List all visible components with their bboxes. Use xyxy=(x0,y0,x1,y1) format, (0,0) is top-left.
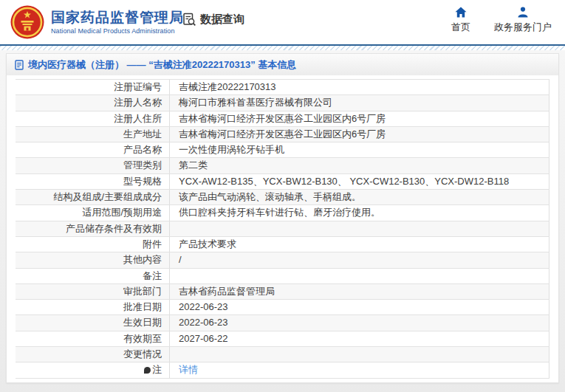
brand[interactable]: 国家药品监督管理局 National Medical Products Admi… xyxy=(10,5,184,39)
row-value: 吉林省药品监督管理局 xyxy=(170,284,549,299)
row-value: 吉械注准20222170313 xyxy=(170,80,549,94)
row-value: 详情 xyxy=(170,362,549,377)
row-value: 2027-06-22 xyxy=(170,331,549,346)
row-value: 2022-06-23 xyxy=(170,300,549,314)
row-label: 其他内容 xyxy=(16,252,170,267)
row-label: 有效期至 xyxy=(16,331,170,346)
row-value: 吉林省梅河口经济开发区惠谷工业园区内6号厂房 xyxy=(170,111,549,126)
site-header: 国家药品监督管理局 National Medical Products Admi… xyxy=(0,0,565,44)
table-row: 有效期至2027-06-22 xyxy=(16,331,549,347)
row-label: 附件 xyxy=(16,237,170,252)
row-label: 型号规格 xyxy=(16,174,170,189)
brand-text: 国家药品监督管理局 National Medical Products Admi… xyxy=(51,10,184,35)
table-row: 注册人住所吉林省梅河口经济开发区惠谷工业园区内6号厂房 xyxy=(16,111,549,127)
document-search-icon xyxy=(182,13,196,27)
table-row: 适用范围/预期用途供口腔科夹持牙科车针进行钻、磨牙治疗使用。 xyxy=(16,205,549,221)
row-label: 结构及组成/主要组成成分 xyxy=(16,190,170,204)
row-label: 管理类别 xyxy=(16,158,170,173)
table-row: 其他内容/ xyxy=(16,252,549,268)
row-label: 注册证编号 xyxy=(16,80,170,94)
row-value: 2022-06-23 xyxy=(170,315,549,330)
row-value: 供口腔科夹持牙科车针进行钻、磨牙治疗使用。 xyxy=(170,205,549,220)
table-row: 备注 xyxy=(16,269,549,284)
table-row: 审批部门吉林省药品监督管理局 xyxy=(16,284,549,300)
row-value: 吉林省梅河口经济开发区惠谷工业园区内6号厂房 xyxy=(170,127,549,142)
data-query-label: 数据查询 xyxy=(200,13,244,27)
content-card: 境内医疗器械（注册） —— “吉械注准20222170313” 基本信息 注册证… xyxy=(6,53,559,383)
nav-gov-portal-label: 政务服务门户 xyxy=(494,21,552,34)
table-row: 产品储存条件及有效期 xyxy=(16,221,549,237)
site-title: 国家药品监督管理局 xyxy=(51,10,184,26)
details-link[interactable]: 详情 xyxy=(179,364,198,375)
table-row: 注册证编号吉械注准20222170313 xyxy=(16,80,549,95)
table-row: 产品名称一次性使用涡轮牙钻手机 xyxy=(16,142,549,158)
national-emblem-logo xyxy=(10,5,44,39)
table-row: 批准日期2022-06-23 xyxy=(16,300,549,315)
breadcrumb: 境内医疗器械（注册） —— “吉械注准20222170313” 基本信息 xyxy=(7,54,558,75)
row-value xyxy=(170,221,549,236)
row-value: YCX-AW12-B135、YCX-BW12-B130、 YCX-CW12-B1… xyxy=(170,174,549,189)
row-label: 注 xyxy=(16,362,170,377)
row-value: 产品技术要求 xyxy=(170,237,549,252)
row-value: 梅河口市雅科首基医疗器械有限公司 xyxy=(170,95,549,110)
row-value: 一次性使用涡轮牙钻手机 xyxy=(170,142,549,157)
row-value xyxy=(170,347,549,362)
table-row: 变更情况 xyxy=(16,347,549,362)
table-row: 附件产品技术要求 xyxy=(16,237,549,252)
row-label: 注册人名称 xyxy=(16,95,170,110)
top-nav: 首页 政务服务门户 xyxy=(451,7,552,34)
row-label: 产品名称 xyxy=(16,142,170,157)
page: 国家药品监督管理局 National Medical Products Admi… xyxy=(0,0,565,392)
row-label: 备注 xyxy=(16,269,170,283)
nav-gov-portal[interactable]: 政务服务门户 xyxy=(494,7,552,34)
content-background: 境内医疗器械（注册） —— “吉械注准20222170313” 基本信息 注册证… xyxy=(0,50,565,392)
table-row: 注册人名称梅河口市雅科首基医疗器械有限公司 xyxy=(16,95,549,111)
table-row: 结构及组成/主要组成成分该产品由气动涡轮、滚动轴承、手柄组成。 xyxy=(16,190,549,205)
row-label: 变更情况 xyxy=(16,347,170,362)
registration-info-table: 注册证编号吉械注准20222170313注册人名称梅河口市雅科首基医疗器械有限公… xyxy=(16,79,549,379)
note-dot-icon xyxy=(144,367,151,374)
table-row: 型号规格YCX-AW12-B135、YCX-BW12-B130、 YCX-CW1… xyxy=(16,174,549,190)
table-row: 注详情 xyxy=(16,362,549,378)
row-value xyxy=(170,269,549,283)
nav-home[interactable]: 首页 xyxy=(451,7,470,34)
row-label: 审批部门 xyxy=(16,284,170,299)
data-query-link[interactable]: 数据查询 xyxy=(182,13,244,27)
row-label: 适用范围/预期用途 xyxy=(16,205,170,220)
row-value: 第二类 xyxy=(170,158,549,173)
home-icon xyxy=(455,7,467,18)
breadcrumb-text: 境内医疗器械（注册） —— “吉械注准20222170313” 基本信息 xyxy=(28,58,296,72)
row-label: 生产地址 xyxy=(16,127,170,142)
site-subtitle: National Medical Products Administration xyxy=(51,27,184,35)
table-row: 生效日期2022-06-23 xyxy=(16,315,549,331)
row-label: 注册人住所 xyxy=(16,111,170,126)
table-row: 管理类别第二类 xyxy=(16,158,549,173)
user-icon xyxy=(517,7,529,18)
row-value: / xyxy=(170,252,549,267)
row-value: 该产品由气动涡轮、滚动轴承、手柄组成。 xyxy=(170,190,549,204)
table-row: 生产地址吉林省梅河口经济开发区惠谷工业园区内6号厂房 xyxy=(16,127,549,142)
row-label: 产品储存条件及有效期 xyxy=(16,221,170,236)
row-label: 批准日期 xyxy=(16,300,170,314)
row-label: 生效日期 xyxy=(16,315,170,330)
document-icon xyxy=(15,60,24,70)
nav-home-label: 首页 xyxy=(451,21,470,34)
